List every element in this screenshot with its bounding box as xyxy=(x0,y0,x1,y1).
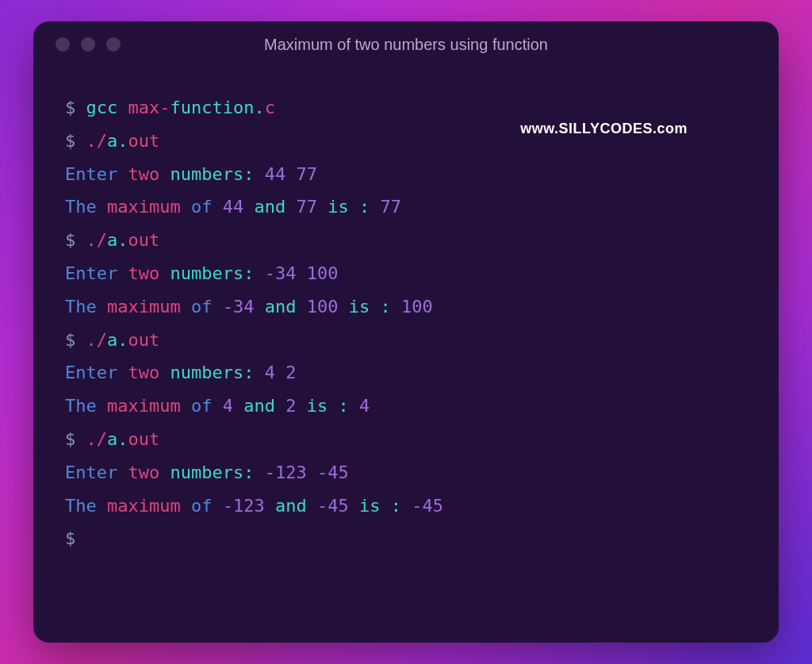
word-and: and xyxy=(265,297,297,317)
terminal-line: $ xyxy=(65,522,747,555)
word-maximum: maximum xyxy=(107,396,181,416)
terminal-line: $ ./a.out xyxy=(65,324,747,357)
terminal-line: Enter two numbers: -34 100 xyxy=(65,257,747,290)
filename-part: function. xyxy=(170,98,264,117)
word-maximum: maximum xyxy=(107,197,181,217)
window-title: Maximum of two numbers using function xyxy=(33,36,779,54)
word-and: and xyxy=(243,396,275,416)
prompt: $ xyxy=(65,230,75,250)
word-numbers: numbers: xyxy=(170,263,254,283)
watermark: www.SILLYCODES.com xyxy=(520,115,688,142)
word-enter: Enter xyxy=(65,462,117,482)
word-of: of xyxy=(191,396,213,416)
word-is: is xyxy=(327,197,349,217)
word-is: is xyxy=(359,496,381,516)
terminal-line: $ ./a.out xyxy=(65,224,747,257)
word-numbers: numbers: xyxy=(170,363,254,382)
val-n1: -34 xyxy=(223,297,255,317)
word-enter: Enter xyxy=(65,263,117,283)
close-icon[interactable] xyxy=(56,37,70,52)
word-numbers: numbers: xyxy=(170,462,254,482)
cmd-part: ./ xyxy=(86,429,108,449)
prompt: $ xyxy=(65,131,75,151)
cmd-part: ./ xyxy=(86,131,108,151)
val-n2: -45 xyxy=(317,496,349,516)
word-two: two xyxy=(128,164,159,184)
input-n1: 44 xyxy=(265,164,286,184)
cmd-part: ./ xyxy=(86,330,108,350)
word-maximum: maximum xyxy=(107,496,181,516)
word-of: of xyxy=(191,496,213,516)
cmd-part: out xyxy=(128,131,160,151)
word-enter: Enter xyxy=(65,164,117,184)
filename-part: max- xyxy=(128,98,170,117)
terminal-line: The maximum of 44 and 77 is : 77 xyxy=(65,190,747,224)
cmd-part: out xyxy=(128,230,160,250)
cmd-gcc: gcc xyxy=(86,98,118,117)
word-and: and xyxy=(254,197,285,217)
word-the: The xyxy=(65,396,97,416)
val-n2: 100 xyxy=(307,297,339,317)
traffic-lights xyxy=(56,37,121,52)
word-the: The xyxy=(65,496,97,516)
word-two: two xyxy=(128,462,159,482)
input-n2: -45 xyxy=(317,462,349,482)
val-max: -45 xyxy=(412,496,443,516)
terminal-line: The maximum of 4 and 2 is : 4 xyxy=(65,390,747,423)
input-n2: 2 xyxy=(285,363,296,382)
terminal-line: Enter two numbers: 44 77 xyxy=(65,158,747,191)
word-enter: Enter xyxy=(65,363,117,382)
word-and: and xyxy=(275,496,307,516)
word-the: The xyxy=(65,197,97,217)
cmd-part: a. xyxy=(107,131,128,151)
word-is: is xyxy=(349,297,370,317)
input-n2: 100 xyxy=(307,263,339,283)
cmd-part: ./ xyxy=(86,230,108,250)
val-n1: 4 xyxy=(223,396,233,416)
input-n1: -34 xyxy=(265,263,297,283)
val-max: 4 xyxy=(359,396,370,416)
word-of: of xyxy=(191,297,213,317)
terminal-body[interactable]: www.SILLYCODES.com $ gcc max-function.c … xyxy=(33,67,779,643)
filename-ext: c xyxy=(265,98,275,117)
val-max: 100 xyxy=(401,297,433,317)
cmd-part: a. xyxy=(107,330,128,350)
word-two: two xyxy=(128,263,159,283)
word-the: The xyxy=(65,297,97,317)
val-n2: 77 xyxy=(296,197,317,217)
word-of: of xyxy=(191,197,213,217)
word-two: two xyxy=(128,363,159,382)
titlebar: Maximum of two numbers using function xyxy=(33,21,779,67)
colon: : xyxy=(391,496,401,516)
minimize-icon[interactable] xyxy=(81,37,95,52)
prompt: $ xyxy=(65,429,75,449)
cmd-part: a. xyxy=(107,429,128,449)
prompt: $ xyxy=(65,98,75,117)
cmd-part: a. xyxy=(107,230,128,250)
colon: : xyxy=(380,297,390,317)
colon: : xyxy=(359,197,370,217)
input-n1: 4 xyxy=(265,363,275,382)
word-numbers: numbers: xyxy=(170,164,254,184)
val-n2: 2 xyxy=(285,396,296,416)
colon: : xyxy=(338,396,348,416)
terminal-line: Enter two numbers: 4 2 xyxy=(65,356,747,390)
input-n2: 77 xyxy=(296,164,317,184)
val-n1: -123 xyxy=(223,496,265,516)
terminal-window: Maximum of two numbers using function ww… xyxy=(33,21,779,643)
input-n1: -123 xyxy=(265,462,307,482)
terminal-line: The maximum of -123 and -45 is : -45 xyxy=(65,489,747,523)
word-is: is xyxy=(307,396,328,416)
cmd-part: out xyxy=(128,429,160,449)
prompt: $ xyxy=(65,330,75,350)
val-n1: 44 xyxy=(223,197,244,217)
word-maximum: maximum xyxy=(107,297,181,317)
cmd-part: out xyxy=(128,330,160,350)
terminal-line: $ ./a.out xyxy=(65,423,747,456)
val-max: 77 xyxy=(380,197,401,217)
prompt: $ xyxy=(65,528,75,548)
terminal-line: The maximum of -34 and 100 is : 100 xyxy=(65,290,747,324)
terminal-line: Enter two numbers: -123 -45 xyxy=(65,456,747,489)
maximize-icon[interactable] xyxy=(106,37,121,52)
